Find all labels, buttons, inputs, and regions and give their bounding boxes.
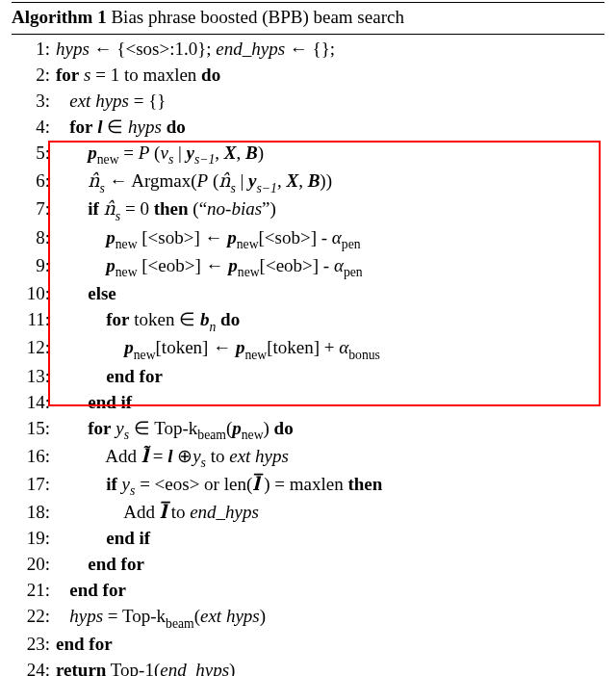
line-number: 5: xyxy=(12,141,56,167)
algorithm-label: Algorithm 1 xyxy=(12,7,107,27)
code-text: end if xyxy=(56,526,150,552)
line-number: 8: xyxy=(12,225,56,251)
code-text: hyps = Top-kbeam(ext hyps) xyxy=(56,604,266,632)
code-line: 6: n̂s ← Argmax(P (n̂s | ys−1, X, B)) xyxy=(12,169,604,196)
line-number: 18: xyxy=(12,500,56,526)
algorithm-title-row: Algorithm 1 Bias phrase boosted (BPB) be… xyxy=(12,2,604,35)
algorithm-block: Algorithm 1 Bias phrase boosted (BPB) be… xyxy=(0,0,616,676)
code-line: 19: end if xyxy=(12,526,604,552)
code-text: end for xyxy=(56,364,163,390)
line-number: 13: xyxy=(12,364,56,390)
code-text: if n̂s = 0 then (“no-bias”) xyxy=(56,196,276,224)
code-text: end if xyxy=(56,390,132,416)
code-line: 9: pnew [<eob>] ← pnew[<eob>] - αpen xyxy=(12,253,604,281)
code-text: for l ∈ hyps do xyxy=(56,115,186,141)
line-number: 3: xyxy=(12,89,56,115)
code-line: 16: Add l̃ = l ⊕ys to ext hyps xyxy=(12,444,604,472)
line-number: 6: xyxy=(12,169,56,195)
code-line: 1:hyps ← {<sos>:1.0}; end_hyps ← {}; xyxy=(12,37,604,63)
code-line: 17: if ys = <eos> or len(l̅ ) = maxlen t… xyxy=(12,472,604,500)
code-line: 4: for l ∈ hyps do xyxy=(12,115,604,141)
code-text: else xyxy=(56,281,116,307)
line-number: 12: xyxy=(12,335,56,361)
line-number: 2: xyxy=(12,63,56,89)
code-text: hyps ← {<sos>:1.0}; end_hyps ← {}; xyxy=(56,37,335,63)
code-text: pnew [<eob>] ← pnew[<eob>] - αpen xyxy=(56,253,363,281)
code-text: pnew = P (vs | ys−1, X, B) xyxy=(56,141,264,169)
code-text: Add l̃ = l ⊕ys to ext hyps xyxy=(56,444,289,472)
code-text: for ys ∈ Top-kbeam(pnew) do xyxy=(56,416,294,444)
line-number: 14: xyxy=(12,390,56,416)
line-number: 1: xyxy=(12,37,56,63)
code-line: 11: for token ∈ bn do xyxy=(12,307,604,335)
code-text: pnew [<sob>] ← pnew[<sob>] - αpen xyxy=(56,225,361,253)
code-line: 15: for ys ∈ Top-kbeam(pnew) do xyxy=(12,416,604,444)
line-number: 22: xyxy=(12,604,56,630)
code-text: for s = 1 to maxlen do xyxy=(56,63,220,89)
code-text: if ys = <eos> or len(l̅ ) = maxlen then xyxy=(56,472,382,500)
code-line: 3: ext hyps = {} xyxy=(12,89,604,115)
code-line: 5: pnew = P (vs | ys−1, X, B) xyxy=(12,141,604,169)
code-line: 24:return Top-1(end_hyps) xyxy=(12,658,604,676)
code-line: 10: else xyxy=(12,281,604,307)
code-text: pnew[token] ← pnew[token] + αbonus xyxy=(56,335,380,363)
code-text: end for xyxy=(56,578,126,604)
line-number: 4: xyxy=(12,115,56,141)
line-number: 7: xyxy=(12,196,56,222)
code-line: 23:end for xyxy=(12,632,604,658)
code-text: ext hyps = {} xyxy=(56,89,166,115)
code-text: for token ∈ bn do xyxy=(56,307,240,335)
line-number: 9: xyxy=(12,253,56,279)
line-number: 17: xyxy=(12,472,56,498)
line-number: 10: xyxy=(12,281,56,307)
line-number: 23: xyxy=(12,632,56,658)
line-number: 24: xyxy=(12,658,56,676)
code-line: 12: pnew[token] ← pnew[token] + αbonus xyxy=(12,335,604,363)
line-number: 15: xyxy=(12,416,56,442)
line-number: 16: xyxy=(12,444,56,470)
code-line: 2:for s = 1 to maxlen do xyxy=(12,63,604,89)
algorithm-body: 1:hyps ← {<sos>:1.0}; end_hyps ← {}; 2:f… xyxy=(12,37,604,676)
code-text: Add l̅ to end_hyps xyxy=(56,500,259,526)
code-line: 13: end for xyxy=(12,364,604,390)
code-text: end for xyxy=(56,552,144,578)
code-text: return Top-1(end_hyps) xyxy=(56,658,235,676)
code-line: 21: end for xyxy=(12,578,604,604)
code-line: 7: if n̂s = 0 then (“no-bias”) xyxy=(12,196,604,224)
line-number: 19: xyxy=(12,526,56,552)
code-line: 8: pnew [<sob>] ← pnew[<sob>] - αpen xyxy=(12,225,604,253)
algorithm-caption: Bias phrase boosted (BPB) beam search xyxy=(111,7,403,27)
code-text: end for xyxy=(56,632,113,658)
code-line: 22: hyps = Top-kbeam(ext hyps) xyxy=(12,604,604,632)
code-text: n̂s ← Argmax(P (n̂s | ys−1, X, B)) xyxy=(56,169,332,196)
line-number: 20: xyxy=(12,552,56,578)
line-number: 21: xyxy=(12,578,56,604)
line-number: 11: xyxy=(12,307,56,333)
code-line: 18: Add l̅ to end_hyps xyxy=(12,500,604,526)
code-line: 20: end for xyxy=(12,552,604,578)
code-line: 14: end if xyxy=(12,390,604,416)
